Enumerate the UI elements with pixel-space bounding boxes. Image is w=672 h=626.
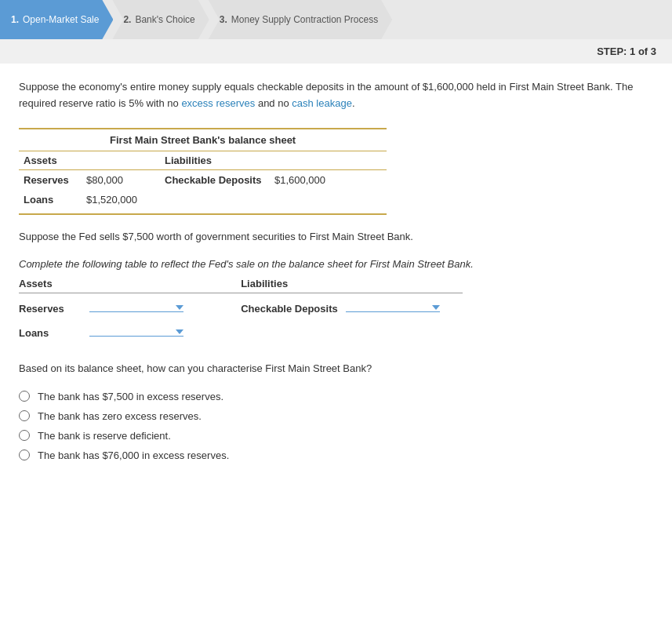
- question-1-text: Suppose the Fed sells $7,500 worth of go…: [19, 229, 653, 245]
- balance-sheet-1-title: First Main Street Bank's balance sheet: [19, 129, 387, 151]
- main-content: Suppose the economy's entire money suppl…: [0, 64, 672, 626]
- step-1-number: 1.: [11, 14, 19, 25]
- ibs-header: Assets Liabilities: [19, 278, 463, 293]
- instruction-text: Complete the following table to reflect …: [19, 258, 653, 270]
- row1-liability-label: Checkable Deposits: [160, 169, 270, 190]
- question-2-text: Based on its balance sheet, how can you …: [19, 361, 653, 377]
- ibs-row-2: Loans: [19, 321, 463, 345]
- row2-asset-value: $1,520,000: [82, 190, 160, 214]
- step-3-label: Money Supply Contraction Process: [231, 14, 378, 25]
- step-3[interactable]: 3. Money Supply Contraction Process: [209, 0, 392, 39]
- radio-option-2[interactable]: The bank has zero excess reserves.: [19, 410, 653, 422]
- step-1-label: Open-Market Sale: [23, 14, 99, 25]
- ibs-checkable-deposits-label: Checkable Deposits: [241, 303, 338, 315]
- step-2-number: 2.: [123, 14, 131, 25]
- ibs-row-1: Reserves Checkable Deposits: [19, 297, 463, 321]
- stepper: 1. Open-Market Sale 2. Bank's Choice 3. …: [0, 0, 672, 39]
- row2-liability-value: [270, 190, 387, 214]
- row1-asset-value: $80,000: [82, 169, 160, 190]
- radio-circle-3: [19, 430, 30, 441]
- loans-dropdown-arrow: [176, 329, 183, 334]
- step-2[interactable]: 2. Bank's Choice: [112, 0, 209, 39]
- ibs-loans-label: Loans: [19, 327, 89, 339]
- radio-label-1: The bank has $7,500 in excess reserves.: [38, 391, 223, 402]
- cash-leakage-link[interactable]: cash leakage: [292, 97, 352, 109]
- loans-dropdown[interactable]: [89, 329, 183, 337]
- step-1[interactable]: 1. Open-Market Sale: [0, 0, 113, 39]
- assets-header: Assets: [19, 151, 160, 169]
- row1-asset-label: Reserves: [19, 169, 82, 190]
- radio-option-3[interactable]: The bank is reserve deficient.: [19, 430, 653, 442]
- liabilities-header: Liabilities: [160, 151, 387, 169]
- radio-circle-2: [19, 410, 30, 421]
- step-of: of 3: [635, 45, 656, 57]
- row2-liability-label: [160, 190, 270, 214]
- radio-label-2: The bank has zero excess reserves.: [38, 410, 202, 422]
- row2-asset-label: Loans: [19, 190, 82, 214]
- step-indicator: STEP: 1 of 3: [0, 39, 672, 64]
- reserves-dropdown[interactable]: [89, 305, 183, 312]
- radio-label-3: The bank is reserve deficient.: [38, 430, 171, 442]
- balance-sheet-1: First Main Street Bank's balance sheet A…: [19, 128, 387, 215]
- intro-text-2: and no: [255, 97, 292, 109]
- radio-option-4[interactable]: The bank has $76,000 in excess reserves.: [19, 449, 653, 461]
- radio-option-1[interactable]: The bank has $7,500 in excess reserves.: [19, 391, 653, 402]
- step-2-label: Bank's Choice: [135, 14, 194, 25]
- checkable-deposits-dropdown[interactable]: [346, 305, 440, 312]
- excess-reserves-link[interactable]: excess reserves: [181, 97, 255, 109]
- step-3-number: 3.: [220, 14, 227, 25]
- intro-paragraph: Suppose the economy's entire money suppl…: [19, 79, 653, 112]
- ibs-liabilities-header: Liabilities: [241, 278, 463, 289]
- interactive-balance-sheet: Assets Liabilities Reserves Checkable De…: [19, 278, 463, 345]
- radio-label-4: The bank has $76,000 in excess reserves.: [38, 449, 229, 461]
- checkable-deposits-dropdown-arrow: [432, 305, 440, 310]
- radio-circle-1: [19, 391, 30, 402]
- row1-liability-value: $1,600,000: [270, 169, 387, 190]
- step-indicator-label: STEP:: [597, 45, 630, 57]
- radio-circle-4: [19, 449, 30, 460]
- reserves-dropdown-arrow: [176, 305, 183, 310]
- intro-text-3: .: [352, 97, 355, 109]
- ibs-assets-header: Assets: [19, 278, 241, 289]
- ibs-reserves-label: Reserves: [19, 303, 89, 315]
- radio-group: The bank has $7,500 in excess reserves. …: [19, 391, 653, 461]
